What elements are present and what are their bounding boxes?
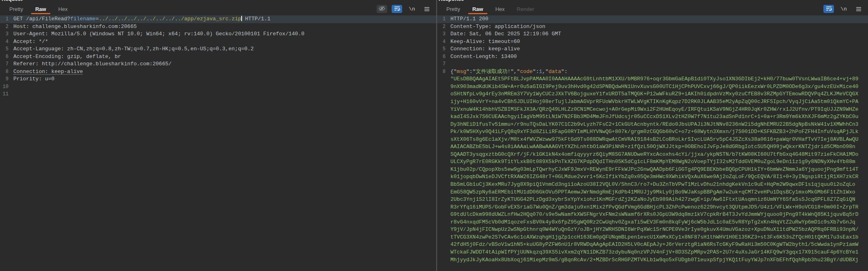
- editor-menu-button[interactable]: [422, 5, 432, 13]
- word-wrap-button[interactable]: [823, 5, 834, 13]
- newline-toggle-button[interactable]: \n: [838, 5, 849, 13]
- code-line[interactable]: K1jbu02p/CQpopXbs5ew9g03mLpTQwrhyCJxWF9J…: [437, 166, 868, 174]
- code-line[interactable]: 1HTTP/1.1 200: [437, 15, 868, 23]
- code-line[interactable]: EmG58QW5zpNy6aERMEbitMU1dD06GkOVu5PPTAem…: [437, 189, 868, 196]
- line-number: 10: [0, 83, 11, 91]
- line-number: 7: [0, 60, 11, 68]
- code-text: YiVxnuW4K14hbhVSZBIM3FkJX3A/QRzQ49LHLZz0…: [450, 106, 868, 114]
- code-line[interactable]: 2Ubc3Ynj1S2lI8IrZyKTUGG42PLzDgd3xybrSxYp…: [437, 196, 868, 204]
- code-line[interactable]: WTckaFJWDDT4tAipWIfPYjUUNkqzq39XS5ivXxm2…: [437, 249, 868, 256]
- line-number: [437, 226, 448, 234]
- tab-hex[interactable]: Hex: [52, 3, 74, 15]
- code-line[interactable]: 3Date: Sat, 06 Dec 2025 12:19:06 GMT: [437, 30, 868, 38]
- code-line[interactable]: 6Accept-Encoding: gzip, deflate, br: [0, 53, 436, 61]
- code-text: Priority: u=0: [13, 75, 436, 83]
- code-line[interactable]: MhjyydJkJyKAoaHx8UbXoqj61MiepMz9mS/gBqnR…: [437, 256, 868, 264]
- code-text: [13, 90, 436, 98]
- repeater-workspace: Request PrettyRawHex: [0, 0, 868, 271]
- page-title: Request: [0, 0, 436, 2]
- code-line[interactable]: 4Accept: */*: [0, 38, 436, 46]
- response-panel: Response PrettyRawHexRender \n: [437, 0, 868, 271]
- code-line[interactable]: "UEsDBBQAAgAIAEt5PFtBLJvpPAMAA0I0AAAHAAA…: [437, 75, 868, 83]
- code-line[interactable]: 3User-Agent: Mozilla/5.0 (Windows NT 10.…: [0, 30, 436, 38]
- code-line[interactable]: 2Content-Type: application/json: [437, 23, 868, 31]
- line-number: [437, 219, 448, 226]
- code-line[interactable]: tTVCG3XN4zwPe2S7vCAv6c1cAXWzqhgH1jgZp1cc…: [437, 234, 868, 241]
- code-line[interactable]: 6Content-Length: 13400: [437, 53, 868, 61]
- word-wrap-icon: [394, 5, 400, 13]
- line-number: [437, 143, 448, 151]
- eye-off-icon: [379, 5, 385, 13]
- code-text: oSHtNfpLv9g4rEy3nMREm3Y7Vy1WyCUCzJXkTV6B…: [450, 90, 868, 98]
- tab-pretty[interactable]: Pretty: [440, 3, 466, 15]
- request-panel-title: Request: [0, 0, 436, 3]
- code-text: SQAADT3ysqgxztbG0cQXrf/jF/k1GK1kN4x4omfi…: [450, 151, 868, 159]
- code-line[interactable]: Y9jV/JpN4jFICNwpUz2wSNpGthnrq0W4WYuQnGzY…: [437, 226, 868, 234]
- response-tabs: PrettyRawHexRender: [440, 3, 540, 15]
- word-wrap-button[interactable]: [392, 5, 402, 13]
- code-line[interactable]: 7Referer: http://challenge.bluesharkinfo…: [0, 60, 436, 68]
- response-editor[interactable]: 1HTTP/1.1 2002Content-Type: application/…: [437, 15, 868, 271]
- request-tab-bar: PrettyRawHex: [0, 3, 436, 15]
- tab-render: Render: [511, 3, 540, 15]
- code-line[interactable]: kadI4SJxk7S6CUEAAchgyiIagVbM95tLN1W7N2FB…: [437, 113, 868, 121]
- code-text: ijy+H160vVrY+na4vCBh5JDLUIHoj08erTujlJab…: [450, 98, 868, 106]
- code-line[interactable]: 11: [0, 90, 436, 98]
- code-line[interactable]: 2Host: challenge.bluesharkinfo.com:20665: [0, 23, 436, 31]
- line-number: 3: [437, 30, 448, 38]
- code-text: HTTP/1.1 200: [450, 15, 868, 23]
- code-line[interactable]: Dy3hNEiD1fusTv51mmu+/r9nuTQsDaLYK07C1C2b…: [437, 121, 868, 129]
- code-line[interactable]: sXtX06Ts8g6Ec1aXjv/M8tx4fWVZWzww975kFtGd…: [437, 136, 868, 144]
- code-line[interactable]: ijy+H160vVrY+na4vCBh5JDLUIHoj08erTujlJab…: [437, 98, 868, 106]
- line-number: [437, 158, 448, 166]
- line-number: 1: [437, 15, 448, 23]
- tab-raw[interactable]: Raw: [29, 3, 52, 15]
- code-text: Content-Type: application/json: [450, 23, 868, 31]
- code-line[interactable]: 8{"msg":"文件读取成功!","code":1,"data":: [437, 68, 868, 76]
- code-line[interactable]: 4Keep-Alive: timeout=60: [437, 38, 868, 46]
- code-text: kadI4SJxk7S6CUEAAchgyiIagVbM95tLN1W7N2FB…: [450, 113, 868, 121]
- code-line[interactable]: 5Connection: keep-alive: [437, 45, 868, 53]
- code-line[interactable]: r8vG4nxqdFM5cVb0dM1qozeFxsBV0k4y8x6fpZ95…: [437, 219, 868, 226]
- code-text: G9tdUlcDkm998dUWZLnfHw2HQq070/s9e5wNamfk…: [450, 211, 868, 219]
- code-line[interactable]: G9tdUlcDkm998dUWZLnfHw2HQq070/s9e5wNamfk…: [437, 211, 868, 219]
- code-line[interactable]: k01jopqbDwN1eDJVCftRXAW26IZG48rT+0GLMdue…: [437, 173, 868, 181]
- code-line[interactable]: 9nX903madKdUKib4SW+A+r0u5aGIGI9Pej9uv3hH…: [437, 83, 868, 91]
- code-line[interactable]: YiVxnuW4K14hbhVSZBIM3FkJX3A/QRzQ49LHLZz0…: [437, 106, 868, 114]
- newline-toggle-button[interactable]: \n: [407, 5, 417, 13]
- hide-response-button[interactable]: [377, 5, 387, 13]
- menu-icon: [856, 6, 862, 12]
- code-text: Referer: http://challenge.bluesharkinfo.…: [13, 60, 436, 68]
- code-line[interactable]: 5Accept-Language: zh-CN,zh;q=0.8,zh-TW;q…: [0, 45, 436, 53]
- tab-pretty[interactable]: Pretty: [3, 3, 29, 15]
- tab-hex[interactable]: Hex: [489, 3, 511, 15]
- code-line[interactable]: 42fdH5j0Fdz/vBSoV1w1hN5+kuUG8yPZFW6nU1r8…: [437, 241, 868, 249]
- code-line[interactable]: AAIACABZbE5bLJ+w4s8iAAAaLwAABwAAAGVtYXZh…: [437, 143, 868, 151]
- line-number: [437, 173, 448, 181]
- line-number: [437, 204, 448, 211]
- code-line[interactable]: ULCXyPgR7rE0RGKk9T1tYLxkB0t089X5kPnTkXZG…: [437, 158, 868, 166]
- code-line[interactable]: oSHtNfpLv9g4rEy3nMREm3Y7Vy1WyCUCzJXkTV6B…: [437, 90, 868, 98]
- line-number: [437, 75, 448, 83]
- code-line[interactable]: 9Priority: u=0: [0, 75, 436, 83]
- code-line[interactable]: 1GET /api/FileRead?filename=../../../../…: [0, 15, 436, 23]
- line-number: 1: [0, 15, 11, 23]
- code-line[interactable]: BbSmLGb1uCj3KexMRu7Jyg8X9piQ1VnmCd3ngi1o…: [437, 181, 868, 189]
- line-number: [437, 211, 448, 219]
- code-line[interactable]: 7: [437, 60, 868, 68]
- code-line[interactable]: R3rYfq16iMUPS/GobFvEXSriaG7Wu0QnZ/gm3daj…: [437, 204, 868, 211]
- response-toolbar: \n: [823, 3, 864, 15]
- request-tabs: PrettyRawHex: [3, 3, 74, 15]
- code-text: Host: challenge.bluesharkinfo.com:20665: [13, 23, 436, 31]
- code-line[interactable]: 8Connection: keep-alive: [0, 68, 436, 76]
- code-text: WTckaFJWDDT4tAipWIfPYjUUNkqzq39XS5ivXxm2…: [450, 249, 868, 256]
- code-text: User-Agent: Mozilla/5.0 (Windows NT 10.0…: [13, 30, 436, 38]
- code-line[interactable]: SQAADT3ysqgxztbG0cQXrf/jF/k1GK1kN4x4omfi…: [437, 151, 868, 159]
- newline-icon: \n: [840, 6, 847, 12]
- code-line[interactable]: Pk/k0W5HXyv0Q41LFyQ8q9xYF3d8ZiLiRFapG0RY…: [437, 128, 868, 136]
- code-line[interactable]: 10: [0, 83, 436, 91]
- request-editor[interactable]: 1GET /api/FileRead?filename=../../../../…: [0, 15, 436, 271]
- code-text: Keep-Alive: timeout=60: [450, 38, 868, 46]
- editor-menu-button[interactable]: [853, 5, 864, 13]
- tab-raw[interactable]: Raw: [466, 3, 489, 15]
